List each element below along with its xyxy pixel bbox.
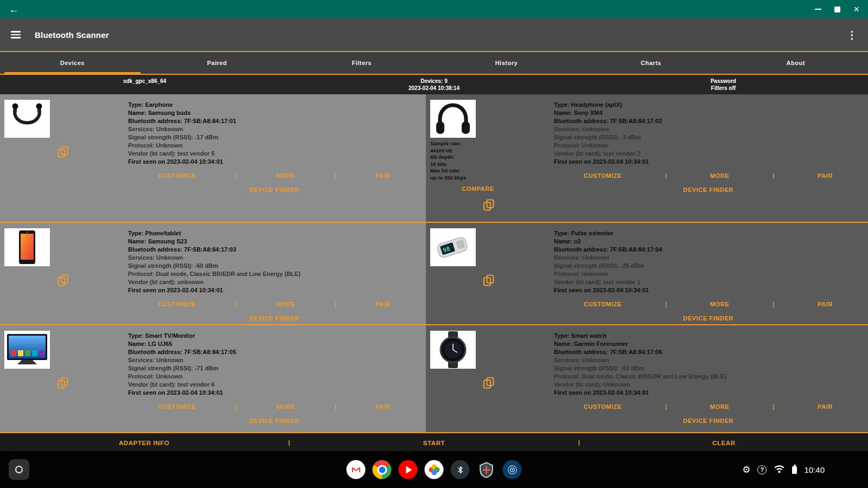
customize-button[interactable]: CUSTOMIZE bbox=[584, 301, 622, 307]
youtube-icon[interactable] bbox=[399, 460, 418, 479]
card-actions: CUSTOMIZE | MORE | PAIR bbox=[128, 301, 420, 307]
more-button[interactable]: MORE bbox=[710, 172, 729, 179]
protocol-line: Protocol: Unknown bbox=[554, 270, 863, 278]
bit-depth-value: 16 bits bbox=[430, 161, 554, 168]
customize-button[interactable]: CUSTOMIZE bbox=[584, 172, 622, 179]
tab-filters[interactable]: Filters bbox=[289, 52, 434, 74]
field-value: -17 dBm bbox=[195, 134, 218, 140]
field-value: Unknown bbox=[156, 357, 183, 363]
tab-history[interactable]: History bbox=[434, 52, 579, 74]
field-label: Protocol: bbox=[128, 271, 154, 277]
field-value: Unknown bbox=[156, 254, 183, 261]
field-label: Signal strength (RSSI): bbox=[554, 134, 619, 140]
copy-button[interactable] bbox=[482, 376, 495, 389]
customize-button[interactable]: CUSTOMIZE bbox=[158, 301, 196, 307]
wifi-icon[interactable] bbox=[774, 464, 785, 476]
bluetooth-scanner-app-icon[interactable] bbox=[451, 460, 470, 479]
gear-icon[interactable]: ⚙ bbox=[742, 465, 750, 474]
copy-button[interactable] bbox=[56, 376, 69, 389]
oximeter-image: 98 bbox=[430, 228, 476, 266]
battery-icon[interactable] bbox=[792, 466, 797, 474]
tab-devices[interactable]: Devices bbox=[0, 52, 145, 74]
customize-button[interactable]: CUSTOMIZE bbox=[158, 403, 196, 410]
launcher-button[interactable] bbox=[9, 459, 29, 480]
more-button[interactable]: MORE bbox=[276, 301, 295, 307]
minimize-icon bbox=[815, 9, 821, 10]
oximeter-photo: 98 bbox=[430, 228, 476, 266]
copy-icon bbox=[56, 274, 69, 287]
address-line: Bluetooth address: 7F:5B:A8:84:17:03 bbox=[128, 246, 420, 254]
shelf: ⚙ ? 10:40 bbox=[0, 451, 868, 488]
launcher-icon bbox=[15, 466, 23, 473]
field-value: 2023-02-04 10:34:01 bbox=[593, 389, 649, 396]
field-label: Protocol: bbox=[554, 271, 580, 277]
overflow-menu-icon[interactable]: ⋮ bbox=[847, 29, 857, 41]
more-button[interactable]: MORE bbox=[710, 301, 729, 307]
customize-button[interactable]: CUSTOMIZE bbox=[584, 403, 622, 410]
status-tray[interactable]: ⚙ ? 10:40 bbox=[742, 464, 859, 476]
pair-button[interactable]: PAIR bbox=[375, 301, 391, 307]
more-button[interactable]: MORE bbox=[276, 172, 295, 179]
tab-paired[interactable]: Paired bbox=[145, 52, 290, 74]
clock[interactable]: 10:40 bbox=[804, 465, 825, 474]
tab-about[interactable]: About bbox=[723, 52, 868, 74]
gmail-icon[interactable] bbox=[347, 460, 366, 479]
copy-icon bbox=[56, 145, 69, 158]
google-photos-icon[interactable] bbox=[425, 460, 444, 479]
pair-button[interactable]: PAIR bbox=[818, 301, 833, 307]
device-finder-button[interactable]: DEVICE FINDER bbox=[683, 315, 733, 322]
more-button[interactable]: MORE bbox=[710, 403, 729, 410]
field-label: Protocol: bbox=[554, 142, 580, 149]
hamburger-menu-icon[interactable] bbox=[11, 31, 21, 38]
device-media bbox=[430, 331, 554, 432]
customize-button[interactable]: CUSTOMIZE bbox=[158, 172, 196, 179]
device-finder-button[interactable]: DEVICE FINDER bbox=[249, 418, 299, 424]
pair-button[interactable]: PAIR bbox=[818, 172, 833, 179]
copy-button[interactable] bbox=[482, 198, 495, 211]
chrome-icon[interactable] bbox=[373, 460, 392, 479]
radar-app-icon[interactable] bbox=[503, 460, 522, 479]
device-finder-button[interactable]: DEVICE FINDER bbox=[249, 315, 299, 322]
field-value: Unknown bbox=[582, 357, 609, 363]
device-finder-button[interactable]: DEVICE FINDER bbox=[683, 418, 733, 424]
clear-button[interactable]: CLEAR bbox=[712, 440, 736, 446]
tab-charts[interactable]: Charts bbox=[579, 52, 724, 74]
adapter-info-button[interactable]: ADAPTER INFO bbox=[119, 440, 169, 446]
watch-image bbox=[430, 331, 476, 369]
start-button[interactable]: START bbox=[423, 440, 445, 446]
action-separator: | bbox=[335, 403, 336, 410]
minimize-button[interactable] bbox=[815, 9, 821, 10]
action-separator: | bbox=[773, 301, 774, 307]
more-button[interactable]: MORE bbox=[276, 403, 295, 410]
copy-button[interactable] bbox=[56, 274, 69, 287]
action-separator: | bbox=[235, 301, 237, 307]
pair-button[interactable]: PAIR bbox=[375, 403, 391, 410]
shelf-apps bbox=[347, 460, 522, 479]
pair-button[interactable]: PAIR bbox=[818, 403, 833, 410]
field-label: First seen on bbox=[554, 158, 591, 165]
device-finder-button[interactable]: DEVICE FINDER bbox=[683, 187, 733, 193]
pair-button[interactable]: PAIR bbox=[375, 172, 391, 179]
copy-button[interactable] bbox=[482, 274, 495, 287]
field-value: -71 dBm bbox=[195, 365, 218, 371]
device-finder-button[interactable]: DEVICE FINDER bbox=[249, 187, 299, 193]
copy-icon bbox=[482, 376, 495, 389]
protocol-line: Protocol: Dual mode, Classic BR/EDR and … bbox=[554, 373, 863, 381]
help-icon[interactable]: ? bbox=[757, 465, 767, 474]
action-separator: | bbox=[335, 172, 336, 179]
name-line: Name: Samsung S23 bbox=[128, 237, 420, 246]
copy-button[interactable] bbox=[56, 145, 69, 158]
copy-icon bbox=[56, 376, 69, 389]
close-button[interactable]: × bbox=[853, 4, 859, 14]
device-card-tv: Type: Smart TV/Monitor Name: LG UJ65 Blu… bbox=[0, 325, 426, 433]
protocol-line: Protocol: Unknown bbox=[554, 142, 863, 150]
back-icon[interactable]: ← bbox=[9, 4, 19, 15]
compare-button[interactable]: COMPARE bbox=[462, 185, 494, 192]
field-label: Signal strength (RSSI): bbox=[128, 262, 193, 269]
shield-app-icon[interactable] bbox=[477, 460, 496, 479]
field-label: Services: bbox=[554, 254, 580, 261]
type-line: Type: Earphone bbox=[128, 101, 420, 109]
field-value: Dual mode, Classic BR/EDR and Low Energy… bbox=[156, 271, 301, 277]
address-line: Bluetooth address: 7F:5B:A8:84:17:06 bbox=[554, 348, 863, 356]
maximize-button[interactable] bbox=[834, 7, 840, 12]
